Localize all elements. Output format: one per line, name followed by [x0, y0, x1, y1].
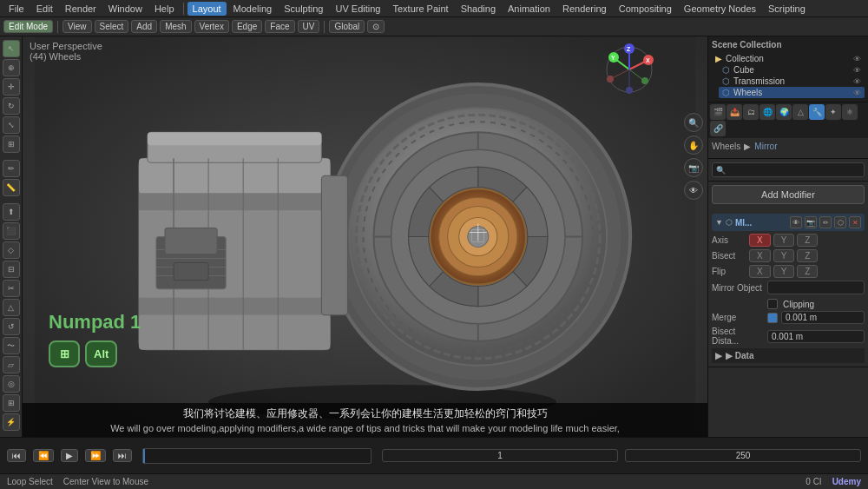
vertex-menu[interactable]: Vertex — [194, 20, 229, 33]
annotate-tool[interactable]: ✏ — [3, 160, 20, 177]
modifier-realtime-btn[interactable]: 👁 — [790, 216, 802, 228]
bisect-x-button[interactable]: X — [749, 249, 771, 262]
props-tab-constraints[interactable]: 🔗 — [710, 121, 726, 136]
bisect-z-button[interactable]: Z — [797, 249, 818, 262]
camera-icon[interactable]: 📷 — [684, 158, 703, 177]
wheels-visibility[interactable]: 👁 — [853, 89, 861, 97]
transform-dropdown[interactable]: Global — [329, 20, 365, 33]
select-tool[interactable]: ↖ — [3, 40, 20, 57]
spin-tool[interactable]: ↺ — [3, 318, 20, 335]
select-menu[interactable]: Select — [95, 20, 129, 33]
knife-tool[interactable]: ✂ — [3, 280, 20, 297]
workspace-scripting[interactable]: Scripting — [763, 2, 811, 16]
workspace-layout[interactable]: Layout — [187, 2, 227, 16]
menu-render[interactable]: Render — [60, 2, 102, 16]
props-tab-physics[interactable]: ⚛ — [842, 104, 858, 120]
scale-tool[interactable]: ⤡ — [3, 116, 20, 134]
modifier-expand-icon[interactable]: ▼ — [715, 218, 723, 227]
flip-y-button[interactable]: Y — [773, 265, 795, 278]
outliner-collection[interactable]: ▶ Collection 👁 — [712, 53, 865, 64]
axis-z-button[interactable]: Z — [797, 234, 818, 247]
mirror-object-input[interactable] — [767, 281, 865, 294]
3d-viewport[interactable]: User Perspective (44) Wheels X Y — [23, 36, 707, 437]
merge-checkbox[interactable] — [767, 313, 778, 323]
axis-x-button[interactable]: X — [749, 234, 771, 247]
timeline-play-btn[interactable]: ▶ — [61, 449, 78, 462]
props-tab-scene[interactable]: 🌐 — [760, 104, 775, 120]
bisect-dist-value[interactable]: 0.001 m — [767, 330, 865, 343]
workspace-animation[interactable]: Animation — [503, 2, 556, 16]
clipping-checkbox[interactable] — [767, 299, 778, 309]
transform-tool[interactable]: ⊞ — [3, 135, 20, 153]
menu-file[interactable]: File — [3, 2, 30, 16]
loop-cut-tool[interactable]: ⊟ — [3, 261, 20, 278]
modifier-edit-btn[interactable]: ✏ — [819, 216, 832, 228]
workspace-texture-paint[interactable]: Texture Paint — [387, 2, 453, 16]
props-tab-render[interactable]: 🎬 — [710, 104, 726, 120]
workspace-compositing[interactable]: Compositing — [614, 2, 677, 16]
collection-visibility[interactable]: 👁 — [853, 55, 861, 63]
view-menu[interactable]: View — [62, 20, 92, 33]
data-section-title[interactable]: ▶ ▶ Data — [712, 348, 865, 363]
modifier-render-btn[interactable]: 📷 — [805, 216, 817, 228]
props-tab-view-layer[interactable]: 🗂 — [743, 104, 759, 120]
timeline-end-btn[interactable]: ⏭ — [113, 449, 132, 462]
cursor-tool[interactable]: ⊕ — [3, 59, 20, 76]
props-tab-particles[interactable]: ✦ — [825, 104, 841, 120]
transmission-visibility[interactable]: 👁 — [853, 77, 861, 86]
flip-x-button[interactable]: X — [749, 265, 771, 278]
workspace-rendering[interactable]: Rendering — [557, 2, 612, 16]
viewport-gizmo[interactable]: X Y Z — [603, 43, 655, 96]
edge-menu[interactable]: Edge — [232, 20, 262, 33]
timeline-next-btn[interactable]: ⏩ — [85, 449, 106, 462]
menu-edit[interactable]: Edit — [31, 2, 58, 16]
extrude-tool[interactable]: ⬆ — [3, 203, 20, 221]
props-tab-world[interactable]: 🌍 — [776, 104, 792, 120]
workspace-modeling[interactable]: Modeling — [228, 2, 278, 16]
pan-icon[interactable]: ✋ — [684, 135, 703, 155]
zoom-icon[interactable]: 🔍 — [684, 113, 703, 132]
workspace-geometry-nodes[interactable]: Geometry Nodes — [679, 2, 761, 16]
rip-tool[interactable]: ⚡ — [3, 413, 20, 431]
timeline-scrubber[interactable] — [142, 448, 372, 464]
rotate-tool[interactable]: ↻ — [3, 97, 20, 115]
outliner-cube[interactable]: ⬡ Cube 👁 — [719, 64, 865, 76]
merge-value[interactable]: 0.001 m — [781, 311, 865, 324]
move-tool[interactable]: ✛ — [3, 78, 20, 96]
axis-y-button[interactable]: Y — [773, 234, 795, 247]
frame-start-input[interactable]: 1 — [382, 449, 618, 462]
flip-z-button[interactable]: Z — [797, 265, 818, 278]
bevel-tool[interactable]: ◇ — [3, 241, 20, 259]
menu-window[interactable]: Window — [103, 2, 148, 16]
props-tab-object[interactable]: △ — [792, 104, 808, 120]
outliner-transmission[interactable]: ⬡ Transmission 👁 — [719, 76, 865, 87]
view-icon[interactable]: 👁 — [684, 181, 703, 200]
shrink-tool[interactable]: ◎ — [3, 375, 20, 393]
workspace-shading[interactable]: Shading — [456, 2, 501, 16]
workspace-sculpting[interactable]: Sculpting — [279, 2, 328, 16]
outliner-wheels[interactable]: ⬡ Wheels 👁 — [719, 87, 865, 98]
timeline-prev-btn[interactable]: ⏪ — [33, 449, 54, 462]
inset-tool[interactable]: ⬛ — [3, 222, 20, 240]
modifier-search-input[interactable] — [728, 165, 860, 175]
workspace-uv-editing[interactable]: UV Editing — [330, 2, 385, 16]
bisect-y-button[interactable]: Y — [773, 249, 795, 262]
props-tab-modifier[interactable]: 🔧 — [809, 104, 825, 120]
measure-tool[interactable]: 📏 — [3, 179, 20, 196]
mesh-menu[interactable]: Mesh — [160, 20, 191, 33]
face-menu[interactable]: Face — [265, 20, 294, 33]
push-pull-tool[interactable]: ⊞ — [3, 394, 20, 412]
cube-visibility[interactable]: 👁 — [853, 66, 861, 75]
timeline-start-btn[interactable]: ⏮ — [7, 449, 26, 462]
modifier-cage-btn[interactable]: ⬡ — [834, 216, 846, 228]
menu-help[interactable]: Help — [149, 2, 180, 16]
poly-build-tool[interactable]: △ — [3, 299, 20, 316]
uv-menu[interactable]: UV — [298, 20, 320, 33]
modifier-delete-btn[interactable]: ✕ — [849, 216, 861, 228]
add-modifier-button[interactable]: Add Modifier — [712, 185, 865, 204]
smooth-tool[interactable]: 〜 — [3, 337, 20, 354]
props-tab-output[interactable]: 📤 — [727, 104, 742, 120]
frame-end-input[interactable]: 250 — [625, 449, 861, 462]
add-menu[interactable]: Add — [131, 20, 157, 33]
proportional-toggle[interactable]: ⊙ — [367, 20, 385, 33]
